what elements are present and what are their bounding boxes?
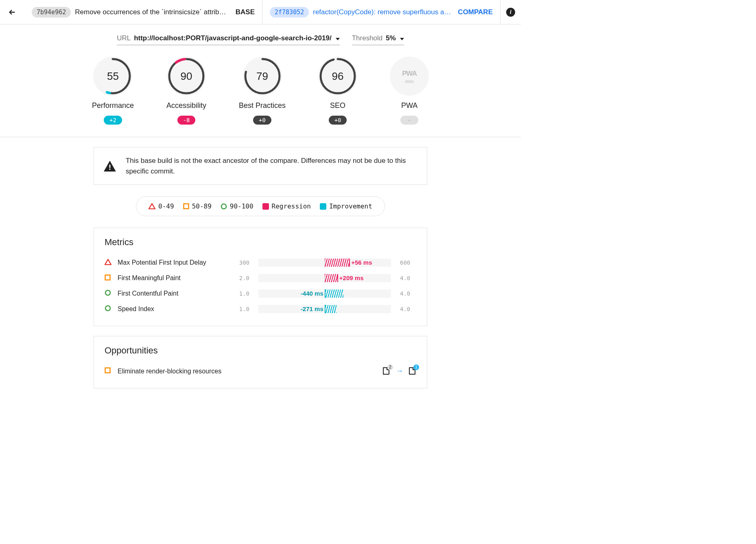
base-label: BASE [236, 8, 255, 16]
gauge-score: 90 [167, 57, 206, 96]
svg-rect-13 [105, 368, 110, 373]
gauges-row: 55Performance +2 90Accessibility -8 79Be… [0, 53, 521, 137]
metric-bar: +209 ms [258, 274, 391, 282]
opportunity-row[interactable]: Eliminate render-blocking resources 2 → … [105, 363, 416, 379]
info-icon: i [506, 8, 515, 17]
warning-banner: This base build is not the exact ancesto… [94, 147, 427, 185]
metrics-title: Metrics [105, 237, 416, 248]
metric-range-icon [105, 305, 112, 313]
metric-min: 1.0 [233, 306, 249, 312]
metric-max: 600 [400, 259, 416, 266]
circle-icon [221, 203, 227, 210]
badge-after: 1 [413, 364, 419, 370]
warning-text: This base build is not the exact ancesto… [126, 156, 417, 176]
svg-rect-10 [105, 275, 110, 280]
metric-bar: -440 ms [258, 290, 391, 298]
gauge-score: 96 [318, 57, 357, 96]
metric-name: Speed Index [118, 305, 227, 313]
metric-bar: +56 ms [258, 259, 391, 267]
metric-min: 1.0 [233, 290, 249, 297]
square-icon [183, 203, 189, 209]
regression-swatch [262, 203, 269, 210]
metric-min: 2.0 [233, 275, 249, 281]
metric-max: 4.0 [400, 275, 416, 281]
url-value: http://localhost:PORT/javascript-and-goo… [134, 34, 332, 42]
threshold-selector[interactable]: Threshold 5% [352, 34, 404, 45]
metric-range-icon [105, 290, 112, 298]
legend-regression: Regression [262, 202, 311, 210]
header-bar: 7b94e962 Remove occurrences of the `intr… [0, 0, 521, 24]
metric-delta: -271 ms [301, 305, 323, 312]
base-commit-section[interactable]: 7b94e962 Remove occurrences of the `intr… [24, 0, 262, 24]
improvement-swatch [320, 203, 326, 210]
threshold-label: Threshold [352, 34, 383, 42]
gauge-delta: -8 [177, 116, 196, 125]
gauge-label: Accessibility [166, 101, 206, 110]
metric-max: 4.0 [400, 290, 416, 297]
gauge-pwa[interactable]: PWAPWA - [390, 57, 429, 125]
gauge-label: PWA [401, 101, 417, 110]
legend-pass-label: 90-100 [230, 202, 253, 210]
threshold-value: 5% [386, 34, 396, 42]
metric-min: 300 [233, 259, 249, 266]
gauge-delta: +0 [329, 116, 347, 125]
url-selector[interactable]: URL http://localhost:PORT/javascript-and… [117, 34, 340, 45]
opportunities-card: Opportunities Eliminate render-blocking … [94, 336, 427, 388]
legend-fail-label: 0-49 [158, 202, 174, 210]
legend-improvement-label: Improvement [329, 202, 372, 210]
gauge-delta: +0 [253, 116, 271, 125]
metric-delta: -440 ms [301, 290, 323, 297]
metric-max: 4.0 [400, 306, 416, 312]
metric-row[interactable]: Max Potential First Input Delay 300 +56 … [105, 255, 416, 270]
gauge-label: SEO [330, 101, 345, 110]
arrow-right-icon: → [396, 367, 403, 375]
metric-name: First Contentful Paint [118, 290, 227, 297]
compare-commit-section[interactable]: 2f783052 refactor(CopyCode): remove supe… [262, 0, 500, 24]
gauge-label: Best Practices [239, 101, 286, 110]
gauge-seo[interactable]: 96SEO +0 [318, 57, 357, 125]
compare-label: COMPARE [458, 8, 493, 16]
metric-delta: +56 ms [351, 259, 372, 266]
chevron-down-icon [400, 38, 404, 40]
doc-before-icon: 2 [383, 367, 390, 375]
gauge-score: 79 [243, 57, 282, 96]
svg-point-9 [221, 204, 226, 209]
content-area: This base build is not the exact ancesto… [94, 137, 427, 408]
gauge-accessibility[interactable]: 90Accessibility -8 [166, 57, 206, 125]
metric-name: First Meaningful Paint [118, 274, 227, 282]
compare-commit-message: refactor(CopyCode): remove superfluous a… [313, 8, 454, 16]
metric-delta: +209 ms [339, 274, 364, 281]
svg-point-12 [105, 306, 110, 311]
legend-pass: 90-100 [221, 202, 253, 210]
gauge-best-practices[interactable]: 79Best Practices +0 [239, 57, 286, 125]
legend-improvement: Improvement [320, 202, 372, 210]
metric-row[interactable]: Speed Index 1.0 -271 ms 4.0 [105, 301, 416, 317]
back-button[interactable] [0, 8, 24, 17]
metric-bar: -271 ms [258, 305, 391, 313]
legend-avg-label: 50-89 [192, 202, 212, 210]
legend-regression-label: Regression [272, 202, 311, 210]
svg-rect-7 [109, 169, 111, 170]
metric-row[interactable]: First Meaningful Paint 2.0 +209 ms 4.0 [105, 270, 416, 286]
gauge-performance[interactable]: 55Performance +2 [92, 57, 134, 125]
metric-range-icon [105, 274, 112, 282]
opportunity-name: Eliminate render-blocking resources [118, 368, 221, 375]
metric-row[interactable]: First Contentful Paint 1.0 -440 ms 4.0 [105, 286, 416, 301]
metric-name: Max Potential First Input Delay [118, 259, 227, 266]
info-button[interactable]: i [500, 8, 521, 17]
opportunity-range-icon [105, 367, 112, 375]
pwa-icon: PWA [390, 57, 429, 96]
metric-range-icon [105, 259, 112, 267]
url-label: URL [117, 34, 131, 42]
gauge-score: 55 [93, 57, 132, 96]
gauge-label: Performance [92, 101, 134, 110]
svg-point-11 [105, 290, 110, 295]
opportunities-title: Opportunities [105, 345, 416, 356]
arrow-left-icon [8, 8, 17, 17]
base-hash: 7b94e962 [32, 7, 71, 18]
svg-rect-8 [184, 204, 188, 209]
chevron-down-icon [336, 38, 340, 40]
compare-hash: 2f783052 [270, 7, 309, 18]
legend-average: 50-89 [183, 202, 212, 210]
gauge-delta: +2 [104, 116, 122, 125]
